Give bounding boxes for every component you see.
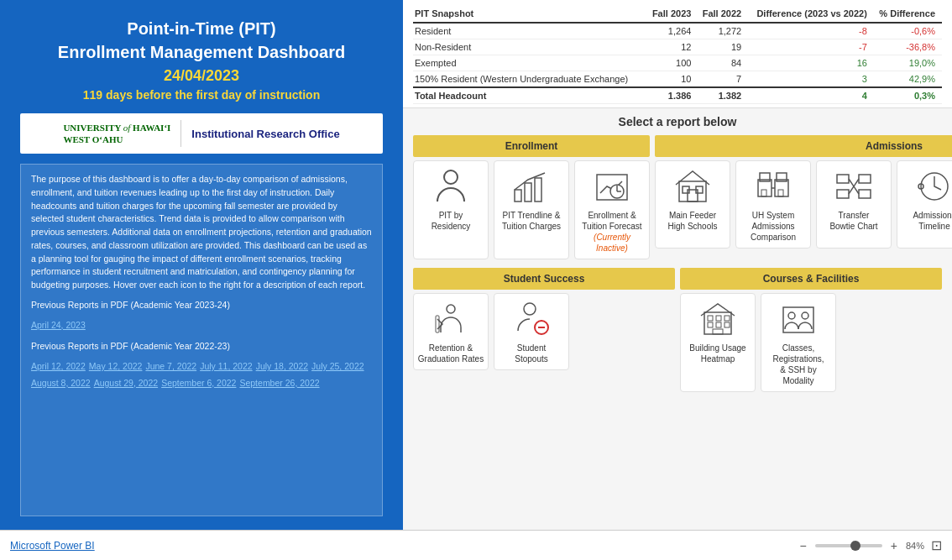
student-success-icons: Retention &Graduation Rates <box>413 290 675 374</box>
prev-report-apr-2023-link[interactable]: April 24, 2023 <box>31 320 86 330</box>
student-stopouts-icon <box>511 299 552 339</box>
uh-admissions-label: UH SystemAdmissionsComparison <box>751 210 796 243</box>
main-feeder-icon <box>672 166 713 207</box>
snapshot-row-pct: 19,0% <box>874 55 942 71</box>
admissions-timeline-label: AdmissionsTimeline <box>913 210 952 232</box>
prev-reports-2223: Previous Reports in PDF (Academic Year 2… <box>31 340 372 390</box>
pit-residency-label: PIT byResidency <box>432 210 471 232</box>
dashboard-title: Point-in-Time (PIT) Enrollment Managemen… <box>20 17 383 64</box>
snapshot-row-fall2023: 100 <box>648 55 698 71</box>
snapshot-row-label: Non-Resident <box>413 39 648 55</box>
snapshot-row-diff: 16 <box>748 55 874 71</box>
link-aug29-2022[interactable]: August 29, 2022 <box>94 377 158 390</box>
enrollment-forecast-label: Enrollment &Tuition Forecast(Currently I… <box>578 210 646 254</box>
bottom-sections: Student Success <box>413 268 942 395</box>
retention-graduation-button[interactable]: Retention &Graduation Rates <box>413 293 489 370</box>
svg-rect-19 <box>837 175 849 183</box>
admissions-timeline-button[interactable]: AdmissionsTimeline <box>897 160 952 249</box>
uh-admissions-button[interactable]: UH SystemAdmissionsComparison <box>735 160 811 249</box>
snapshot-row: Resident1,2641,272-8-0,6% <box>413 23 942 39</box>
snapshot-row-pct: 0,3% <box>874 87 942 104</box>
link-aug8-2022[interactable]: August 8, 2022 <box>31 377 91 390</box>
classes-registrations-label: Classes, Registrations,& SSH by Modality <box>765 343 832 386</box>
svg-point-57 <box>788 312 795 319</box>
snapshot-table-container: PIT Snapshot Fall 2023 Fall 2022 Differe… <box>403 0 952 108</box>
pit-residency-button[interactable]: PIT byResidency <box>413 160 489 259</box>
pit-residency-icon <box>431 166 471 207</box>
svg-rect-55 <box>713 329 723 334</box>
snapshot-col-diff: Difference (2023 vs 2022) <box>748 7 874 23</box>
zoom-slider[interactable] <box>815 544 882 547</box>
classes-registrations-button[interactable]: Classes, Registrations,& SSH by Modality <box>761 293 836 392</box>
zoom-level: 84% <box>906 541 924 551</box>
link-apr12-2022[interactable]: April 12, 2022 <box>31 360 86 374</box>
enrollment-header: Enrollment <box>413 135 650 157</box>
enrollment-section: Enrollment PIT byResidency <box>413 135 650 263</box>
zoom-thumb <box>850 541 860 551</box>
snapshot-col-label: PIT Snapshot <box>413 7 648 23</box>
student-stopouts-button[interactable]: StudentStopouts <box>494 293 569 370</box>
svg-point-58 <box>802 312 808 319</box>
university-logo: UNIVERSITY of HAWAI‘IWEST O‘AHU <box>63 122 170 146</box>
svg-rect-20 <box>859 175 871 183</box>
enrollment-icons: PIT byResidency <box>413 157 650 263</box>
snapshot-row-label: Resident <box>413 23 648 39</box>
svg-point-45 <box>524 303 536 315</box>
snapshot-row-fall2023: 1,264 <box>648 23 698 39</box>
snapshot-row-diff: -7 <box>748 39 874 55</box>
link-sep6-2022[interactable]: September 6, 2022 <box>161 377 236 390</box>
svg-rect-12 <box>758 180 772 196</box>
link-jul11-2022[interactable]: July 11, 2022 <box>200 360 252 374</box>
svg-rect-1 <box>515 190 521 201</box>
link-jul25-2022[interactable]: July 25, 2022 <box>311 360 364 374</box>
snapshot-row-fall2022: 1,272 <box>698 23 748 39</box>
svg-rect-21 <box>837 190 849 198</box>
enrollment-forecast-button[interactable]: Enrollment &Tuition Forecast(Currently I… <box>574 160 650 259</box>
svg-rect-22 <box>859 190 871 198</box>
prev-reports-2324: Previous Reports in PDF (Academic Year 2… <box>31 299 372 332</box>
link-jun7-2022[interactable]: June 7, 2022 <box>145 360 196 374</box>
left-panel: Point-in-Time (PIT) Enrollment Managemen… <box>0 0 403 530</box>
bottom-bar: Microsoft Power BI − + 84% ⊡ <box>0 530 952 560</box>
snapshot-row: Total Headcount1.3861.38240,3% <box>413 87 942 104</box>
admissions-section: Admissions <box>655 135 952 263</box>
link-sep26-2022[interactable]: September 26, 2022 <box>239 377 319 390</box>
pit-trendline-button[interactable]: PIT Trendline &Tuition Charges <box>494 160 569 259</box>
prev-reports-2223-label: Previous Reports in PDF (Academic Year 2… <box>31 340 372 353</box>
student-success-section: Student Success <box>413 268 675 395</box>
link-may12-2022[interactable]: May 12, 2022 <box>89 360 143 374</box>
snapshot-row-pct: 42,9% <box>874 71 942 88</box>
power-bi-link[interactable]: Microsoft Power BI <box>10 540 95 552</box>
snapshot-row-label: Total Headcount <box>413 87 648 104</box>
courses-section: Courses & Facilities <box>680 268 942 395</box>
snapshot-row: Exempted100841619,0% <box>413 55 942 71</box>
logo-divider <box>180 120 181 147</box>
main-feeder-label: Main FeederHigh Schools <box>668 210 718 232</box>
transfer-bowtie-button[interactable]: TransferBowtie Chart <box>816 160 892 249</box>
retention-graduation-icon <box>431 299 471 339</box>
snapshot-col-pct: % Difference <box>874 7 942 23</box>
building-heatmap-button[interactable]: Building UsageHeatmap <box>680 293 756 392</box>
snapshot-row: 150% Resident (Western Undergraduate Exc… <box>413 71 942 88</box>
description-box: The purpose of this dashboard is to offe… <box>20 164 383 516</box>
snapshot-table: PIT Snapshot Fall 2023 Fall 2022 Differe… <box>413 7 942 104</box>
snapshot-row-diff: 4 <box>748 87 874 104</box>
svg-rect-53 <box>716 316 721 321</box>
svg-point-43 <box>447 305 455 313</box>
zoom-out-button[interactable]: − <box>798 539 808 552</box>
fit-page-icon[interactable]: ⊡ <box>931 537 942 553</box>
student-success-header: Student Success <box>413 268 675 290</box>
zoom-in-button[interactable]: + <box>889 539 899 552</box>
svg-rect-54 <box>724 316 730 321</box>
snapshot-row-diff: -8 <box>748 23 874 39</box>
prev-reports-2324-label: Previous Reports in PDF (Academic Year 2… <box>31 299 372 312</box>
snapshot-row-fall2022: 19 <box>698 39 748 55</box>
main-feeder-button[interactable]: Main FeederHigh Schools <box>655 160 730 249</box>
right-panel: PIT Snapshot Fall 2023 Fall 2022 Differe… <box>403 0 952 530</box>
logo-row: UNIVERSITY of HAWAI‘IWEST O‘AHU Institut… <box>20 113 383 154</box>
transfer-bowtie-label: TransferBowtie Chart <box>829 210 877 232</box>
link-jul18-2022[interactable]: July 18, 2022 <box>256 360 308 374</box>
snapshot-col-fall2022: Fall 2022 <box>698 7 748 23</box>
admissions-header: Admissions <box>655 135 952 157</box>
snapshot-row: Non-Resident1219-7-36,8% <box>413 39 942 55</box>
